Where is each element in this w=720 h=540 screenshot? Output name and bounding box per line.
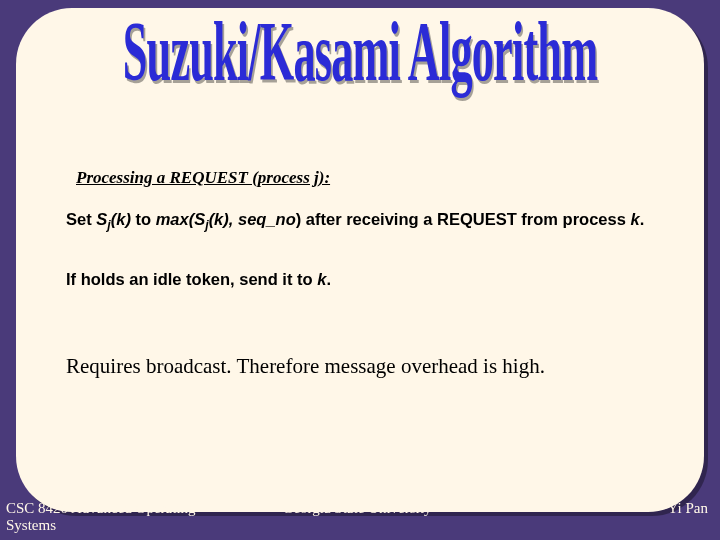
var-S-arg: (k): [111, 210, 131, 228]
body-paragraph-2: If holds an idle token, send it to k.: [66, 270, 666, 289]
footer-course: CSC 8420 Advanced Operating Systems: [6, 500, 240, 534]
text: ) after receiving a REQUEST from process: [296, 210, 631, 228]
slide-card: Suzuki/Kasami Algorithm Processing a REQ…: [16, 8, 704, 512]
func-max: max(: [156, 210, 195, 228]
footer-author: Yi Pan: [474, 500, 708, 534]
var-S2: S: [194, 210, 205, 228]
text: .: [326, 270, 331, 288]
var-k: k: [317, 270, 326, 288]
var-S: S: [96, 210, 107, 228]
slide-title: Suzuki/Kasami Algorithm: [78, 4, 642, 100]
text: .: [640, 210, 645, 228]
conclusion-text: Requires broadcast. Therefore message ov…: [66, 354, 686, 379]
footer-university: Georgia State University: [240, 500, 474, 534]
body-paragraph-1: Set Sj(k) to max(Sj(k), seq_no) after re…: [66, 208, 666, 234]
slide-footer: CSC 8420 Advanced Operating Systems Geor…: [0, 500, 720, 534]
section-heading: Processing a REQUEST (process j):: [76, 168, 330, 188]
text: If holds an idle token, send it to: [66, 270, 317, 288]
text: Set: [66, 210, 96, 228]
var-S2-arg: (k), seq_no: [209, 210, 296, 228]
text: to: [131, 210, 156, 228]
var-k: k: [630, 210, 639, 228]
